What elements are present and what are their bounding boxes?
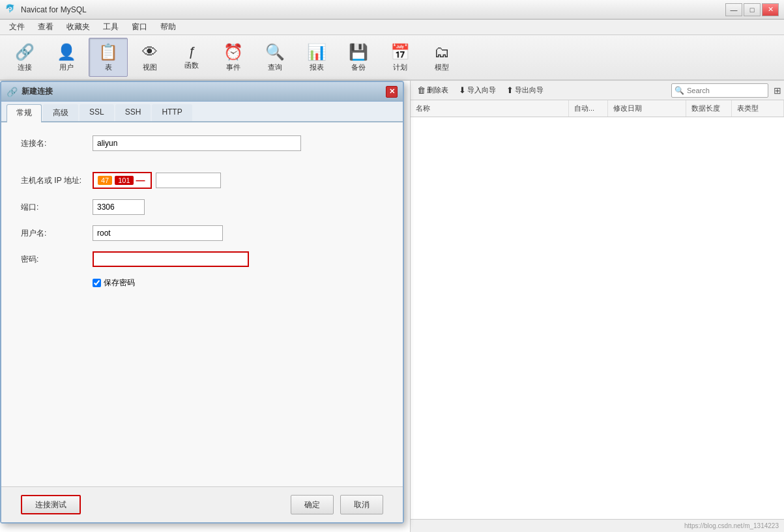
connection-name-label: 连接名: xyxy=(21,138,93,149)
import-icon: ⬇ xyxy=(459,85,466,95)
import-wizard-button[interactable]: ⬇ 导入向导 xyxy=(455,84,500,96)
menu-window[interactable]: 窗口 xyxy=(125,20,154,34)
search-icon: 🔍 xyxy=(675,86,684,95)
toolbar-user-button[interactable]: 👤 用户 xyxy=(47,38,86,77)
column-auto: 自动... xyxy=(569,100,608,117)
menu-help[interactable]: 帮助 xyxy=(154,20,182,34)
toolbar-schedule-button[interactable]: 📅 计划 xyxy=(381,38,420,77)
toolbar-schedule-label: 计划 xyxy=(393,63,407,72)
app-icon: 🐬 xyxy=(5,4,17,16)
function-icon: ƒ xyxy=(188,44,195,59)
tab-http[interactable]: HTTP xyxy=(152,104,192,121)
user-icon: 👤 xyxy=(57,43,76,61)
toolbar-view-button[interactable]: 👁 视图 xyxy=(130,38,169,77)
toolbar-event-button[interactable]: ⏰ 事件 xyxy=(214,38,253,77)
toolbar-function-label: 函数 xyxy=(184,61,199,70)
dialog-icon: 🔗 xyxy=(7,87,18,97)
menu-tools[interactable]: 工具 xyxy=(96,20,125,34)
left-panel: 🔗 新建连接 ✕ 常规 高级 SSL SSH HTTP 连接名: xyxy=(0,81,411,532)
dialog-content: 连接名: 主机名或 IP 地址: 47 101 — xyxy=(1,122,403,486)
export-icon: ⬆ xyxy=(506,85,514,95)
toolbar: 🔗 连接 👤 用户 📋 表 👁 视图 ƒ 函数 ⏰ 事件 🔍 查询 📊 报表 💾… xyxy=(0,35,784,81)
cancel-button[interactable]: 取消 xyxy=(340,495,383,514)
query-icon: 🔍 xyxy=(265,43,285,61)
confirm-cancel-buttons: 确定 取消 xyxy=(291,495,383,514)
report-icon: 📊 xyxy=(307,43,327,61)
menu-favorites[interactable]: 收藏夹 xyxy=(60,20,96,34)
dialog-tabs: 常规 高级 SSL SSH HTTP xyxy=(1,102,403,122)
column-length: 数据长度 xyxy=(686,100,732,117)
schedule-icon: 📅 xyxy=(390,43,410,61)
menu-view[interactable]: 查看 xyxy=(31,20,60,34)
host-ip-display: 47 101 — xyxy=(93,172,152,189)
password-row: 密码: xyxy=(21,251,383,267)
export-label: 导出向导 xyxy=(515,85,544,95)
event-icon: ⏰ xyxy=(224,43,243,61)
close-button[interactable]: ✕ xyxy=(762,3,779,16)
delete-table-icon: 🗑 xyxy=(417,85,426,95)
tab-ssl[interactable]: SSL xyxy=(80,104,114,121)
toolbar-model-label: 模型 xyxy=(435,63,449,72)
save-password-row: 保存密码 xyxy=(93,277,383,288)
menu-file[interactable]: 文件 xyxy=(3,20,31,34)
minimize-button[interactable]: — xyxy=(725,3,742,16)
ip-badge-orange: 47 xyxy=(98,176,112,185)
toolbar-query-label: 查询 xyxy=(268,63,282,72)
port-label: 端口: xyxy=(21,202,93,213)
maximize-button[interactable]: □ xyxy=(744,3,761,16)
right-panel: 🗑 删除表 ⬇ 导入向导 ⬆ 导出向导 🔍 ⊞ 名称 自动... 修改日期 数据… xyxy=(411,81,784,532)
tab-advanced[interactable]: 高级 xyxy=(43,104,78,121)
password-input[interactable] xyxy=(93,251,249,267)
app-title: Navicat for MySQL xyxy=(21,5,725,14)
new-connection-dialog: 🔗 新建连接 ✕ 常规 高级 SSL SSH HTTP 连接名: xyxy=(0,81,404,524)
dialog-close-button[interactable]: ✕ xyxy=(386,86,398,98)
ip-dots: — xyxy=(136,175,147,186)
column-name: 名称 xyxy=(411,100,569,117)
window-controls: — □ ✕ xyxy=(725,3,779,16)
toolbar-backup-label: 备份 xyxy=(351,63,366,72)
export-wizard-button[interactable]: ⬆ 导出向导 xyxy=(502,84,547,96)
search-input[interactable] xyxy=(687,87,765,94)
menubar: 文件 查看 收藏夹 工具 窗口 帮助 xyxy=(0,20,784,35)
dialog-buttons: 连接测试 确定 取消 xyxy=(1,486,403,522)
host-extra-input[interactable] xyxy=(156,173,221,188)
test-connection-button[interactable]: 连接测试 xyxy=(21,495,81,514)
toolbar-view-label: 视图 xyxy=(143,63,157,72)
host-label: 主机名或 IP 地址: xyxy=(21,175,93,186)
dialog-title: 新建连接 xyxy=(22,86,386,97)
toolbar-report-button[interactable]: 📊 报表 xyxy=(297,38,336,77)
toolbar-function-button[interactable]: ƒ 函数 xyxy=(172,38,211,77)
search-box[interactable]: 🔍 xyxy=(671,83,768,98)
toolbar-model-button[interactable]: 🗂 模型 xyxy=(422,38,461,77)
port-input[interactable] xyxy=(93,199,145,215)
confirm-button[interactable]: 确定 xyxy=(291,495,334,514)
connect-icon: 🔗 xyxy=(15,43,35,61)
port-row: 端口: xyxy=(21,199,383,215)
save-password-label: 保存密码 xyxy=(104,277,135,288)
toolbar-table-label: 表 xyxy=(105,63,112,72)
toolbar-backup-button[interactable]: 💾 备份 xyxy=(339,38,378,77)
toolbar-connect-label: 连接 xyxy=(18,63,32,72)
username-label: 用户名: xyxy=(21,228,93,239)
toolbar-report-label: 报表 xyxy=(310,63,324,72)
toolbar-event-label: 事件 xyxy=(226,63,240,72)
toolbar-table-button[interactable]: 📋 表 xyxy=(89,38,128,77)
username-input[interactable] xyxy=(93,225,223,241)
toolbar-connect-button[interactable]: 🔗 连接 xyxy=(5,38,44,77)
column-type: 表类型 xyxy=(732,100,784,117)
connection-name-row: 连接名: xyxy=(21,135,383,151)
tab-ssh[interactable]: SSH xyxy=(115,104,151,121)
import-label: 导入向导 xyxy=(467,85,496,95)
username-row: 用户名: xyxy=(21,225,383,241)
column-date: 修改日期 xyxy=(608,100,686,117)
table-content-area xyxy=(411,117,784,532)
backup-icon: 💾 xyxy=(349,43,368,61)
save-password-checkbox[interactable] xyxy=(93,279,101,287)
table-icon: 📋 xyxy=(98,43,118,61)
connection-name-input[interactable] xyxy=(93,135,301,151)
tab-general[interactable]: 常规 xyxy=(7,104,42,122)
grid-view-icon[interactable]: ⊞ xyxy=(774,85,781,96)
delete-table-button[interactable]: 🗑 删除表 xyxy=(413,84,452,96)
toolbar-query-button[interactable]: 🔍 查询 xyxy=(255,38,295,77)
host-row: 主机名或 IP 地址: 47 101 — xyxy=(21,172,383,189)
